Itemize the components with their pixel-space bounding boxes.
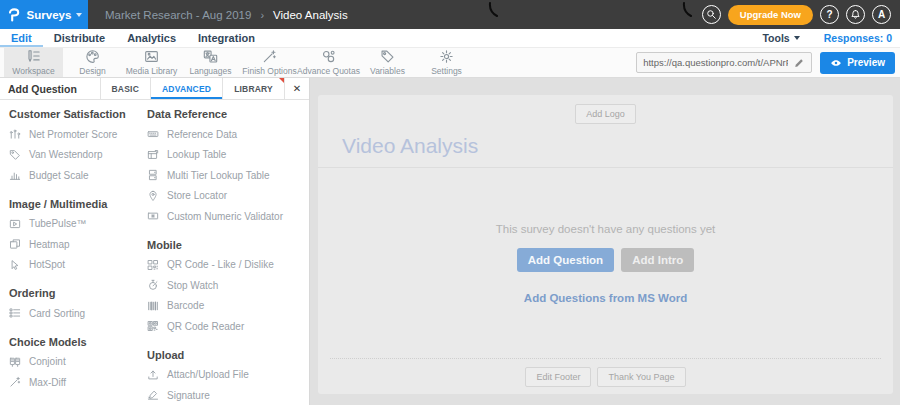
breadcrumb-separator-icon: › [260, 9, 264, 21]
question-type-qr-code-like-dislike[interactable]: QR Code - Like / Dislike [147, 255, 305, 276]
question-type-barcode[interactable]: Barcode [147, 296, 305, 317]
question-type-label: Budget Scale [29, 170, 89, 181]
search-icon [706, 9, 717, 20]
question-type-stop-watch[interactable]: Stop Watch [147, 275, 305, 296]
breadcrumb-current: Video Analysis [273, 9, 348, 21]
toolbar-items: WorkspaceDesignMedia LibraryLanguagesFin… [4, 48, 476, 77]
question-type-label: Max-Diff [29, 377, 66, 388]
question-type-list: Customer SatisfactionNet Promoter ScoreV… [0, 100, 309, 405]
avatar[interactable]: A [872, 5, 891, 24]
add-questions-from-ms-word-link[interactable]: Add Questions from MS Word [524, 292, 687, 304]
question-type-lookup-table[interactable]: Lookup Table [147, 145, 305, 166]
thank-you-page-button[interactable]: Thank You Page [597, 367, 685, 387]
menu-item-analytics[interactable]: Analytics [116, 29, 187, 47]
question-type-van-westendorp[interactable]: Van Westendorp [9, 145, 147, 166]
section-image-multimedia: Image / Multimedia [9, 198, 147, 210]
question-type-label: Signature [167, 390, 210, 401]
add-question-button[interactable]: Add Question [517, 248, 614, 272]
question-type-label: Reference Data [167, 129, 237, 140]
toolbar-item-design[interactable]: Design [63, 48, 122, 77]
question-type-multi-tier-lookup-table[interactable]: Multi Tier Lookup Table [147, 165, 305, 186]
section-upload: Upload [147, 349, 305, 361]
qr-reader-icon [147, 320, 159, 332]
tab-advanced[interactable]: ADVANCED [150, 78, 222, 99]
content-area: Add Question BASICADVANCEDLIBRARY ✕ Cust… [0, 78, 900, 405]
signature-icon [147, 389, 159, 401]
question-type-label: Card Sorting [29, 308, 85, 319]
question-type-signature[interactable]: Signature [147, 385, 305, 405]
menubar-right: Tools Responses: 0 [762, 29, 892, 47]
question-type-net-promoter-score[interactable]: Net Promoter Score [9, 124, 147, 145]
close-panel-button[interactable]: ✕ [284, 78, 309, 99]
toolbar-item-advance-quotas[interactable]: Advance Quotas [299, 48, 358, 77]
tools-menu[interactable]: Tools [762, 32, 799, 44]
questionpro-logo-icon [6, 7, 22, 23]
question-type-label: Attach/Upload File [167, 369, 249, 380]
breadcrumb-parent[interactable]: Market Research - Aug 2019 [105, 9, 251, 21]
questionpro-app: Surveys Market Research - Aug 2019 › Vid… [0, 0, 900, 405]
question-type-label: TubePulse™ [29, 218, 86, 229]
alert-flag [279, 78, 284, 83]
toolbar-item-label: Advance Quotas [297, 66, 360, 76]
survey-url-field[interactable]: https://qa.questionpro.com/t/APNrFZf3p [636, 52, 812, 73]
media-library-icon [144, 49, 159, 64]
question-type-reference-data[interactable]: Reference Data [147, 124, 305, 145]
upgrade-now-button[interactable]: Upgrade Now [728, 5, 813, 25]
tab-basic[interactable]: BASIC [100, 78, 150, 99]
surveys-product-menu[interactable]: Surveys [0, 0, 88, 29]
edit-footer-button[interactable]: Edit Footer [525, 367, 591, 387]
upload-icon [147, 369, 159, 381]
question-type-tubepulse[interactable]: TubePulse™ [9, 214, 147, 235]
preview-button[interactable]: Preview [820, 52, 895, 74]
question-type-conjoint[interactable]: Conjoint [9, 352, 147, 373]
question-type-label: QR Code Reader [167, 321, 244, 332]
panel-tabs: BASICADVANCEDLIBRARY [100, 78, 284, 99]
menu-item-distribute[interactable]: Distribute [43, 29, 116, 47]
tools-label: Tools [762, 32, 789, 44]
product-menu-label: Surveys [27, 9, 72, 21]
responses-count[interactable]: Responses: 0 [824, 32, 892, 44]
tab-library[interactable]: LIBRARY [222, 78, 284, 99]
pencil-icon[interactable] [793, 57, 805, 69]
canvas-footer: Edit Footer Thank You Page [330, 358, 881, 387]
decorative-curve [681, 2, 695, 19]
add-intro-button[interactable]: Add Intro [621, 248, 694, 272]
toolbar-item-workspace[interactable]: Workspace [4, 48, 63, 77]
survey-title[interactable]: Video Analysis [342, 134, 893, 158]
question-type-hotspot[interactable]: HotSpot [9, 255, 147, 276]
toolbar-item-settings[interactable]: Settings [417, 48, 476, 77]
question-type-qr-code-reader[interactable]: QR Code Reader [147, 316, 305, 337]
toolbar-item-variables[interactable]: Variables [358, 48, 417, 77]
toolbar-item-languages[interactable]: Languages [181, 48, 240, 77]
question-type-heatmap[interactable]: Heatmap [9, 234, 147, 255]
search-button[interactable] [702, 5, 721, 24]
survey-canvas: Add Logo Video Analysis This survey does… [318, 95, 893, 394]
toolbar-right: https://qa.questionpro.com/t/APNrFZf3p P… [636, 48, 900, 77]
chevron-down-icon [794, 36, 800, 40]
notifications-button[interactable] [846, 5, 865, 24]
question-type-store-locator[interactable]: Store Locator [147, 186, 305, 207]
lookup-table-icon [147, 149, 159, 161]
help-button[interactable]: ? [820, 5, 839, 24]
cursor-icon [9, 259, 21, 271]
decorative-curve [487, 2, 501, 19]
menu-items: EditDistributeAnalyticsIntegration [0, 29, 266, 47]
question-type-card-sorting[interactable]: Card Sorting [9, 303, 147, 324]
menu-item-edit[interactable]: Edit [0, 29, 43, 47]
question-type-attach-upload-file[interactable]: Attach/Upload File [147, 365, 305, 386]
menu-item-integration[interactable]: Integration [187, 29, 266, 47]
toolbar-item-media-library[interactable]: Media Library [122, 48, 181, 77]
question-type-max-diff[interactable]: Max-Diff [9, 372, 147, 393]
preview-label: Preview [847, 57, 885, 68]
top-navbar: Surveys Market Research - Aug 2019 › Vid… [0, 0, 900, 29]
settings-icon [439, 49, 454, 64]
toolbar-item-finish-options[interactable]: Finish Options [240, 48, 299, 77]
question-type-custom-numeric-validator[interactable]: Custom Numeric Validator [147, 206, 305, 227]
barcode-icon [147, 300, 159, 312]
keyboard-icon [147, 128, 159, 140]
add-question-panel: Add Question BASICADVANCEDLIBRARY ✕ Cust… [0, 78, 310, 405]
question-type-label: QR Code - Like / Dislike [167, 259, 274, 270]
question-type-budget-scale[interactable]: Budget Scale [9, 165, 147, 186]
add-logo-button[interactable]: Add Logo [575, 104, 636, 124]
toolbar-item-label: Design [79, 66, 105, 76]
